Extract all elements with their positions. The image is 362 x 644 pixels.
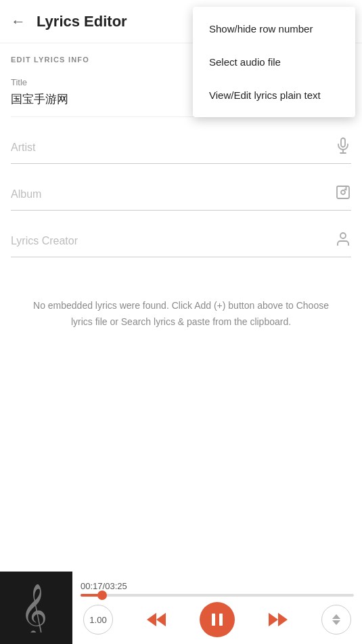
play-pause-button[interactable] <box>200 602 235 637</box>
album-placeholder: Album <box>11 188 330 200</box>
lyrics-creator-placeholder: Lyrics Creator <box>11 235 330 247</box>
fast-forward-button[interactable] <box>267 610 289 629</box>
pitch-down-icon <box>332 620 340 625</box>
player-bar: 𝄞 00:17 / 03:25 1.00 <box>0 576 362 644</box>
controls-row: 1.00 <box>81 602 354 637</box>
pause-icon <box>210 612 225 627</box>
fast-forward-icon <box>267 610 289 629</box>
page-title: Lyrics Editor <box>37 13 127 30</box>
dropdown-item-view-edit-lyrics[interactable]: View/Edit lyrics plain text <box>193 79 355 112</box>
album-icon <box>335 184 351 205</box>
svg-marker-7 <box>156 613 166 626</box>
player-time-row: 00:17 / 03:25 <box>81 581 354 591</box>
svg-point-4 <box>340 233 346 238</box>
svg-rect-9 <box>219 614 223 626</box>
svg-rect-2 <box>337 186 349 198</box>
svg-marker-6 <box>147 613 156 626</box>
dropdown-item-select-audio[interactable]: Select audio file <box>193 45 355 79</box>
rewind-icon <box>145 610 167 629</box>
album-field-row[interactable]: Album <box>11 177 351 211</box>
pitch-up-icon <box>332 614 340 619</box>
dropdown-item-show-hide-row[interactable]: Show/hide row number <box>193 12 355 45</box>
no-lyrics-message: No embedded lyrics were found. Click Add… <box>11 298 351 330</box>
svg-text:𝄞: 𝄞 <box>20 584 47 632</box>
progress-thumb[interactable] <box>97 591 107 600</box>
person-icon <box>335 231 351 251</box>
artist-placeholder: Artist <box>11 142 330 154</box>
player-album-thumbnail: 𝄞 <box>0 572 72 644</box>
svg-point-3 <box>341 190 345 194</box>
artist-icon <box>335 137 351 158</box>
pitch-button[interactable] <box>321 605 351 635</box>
no-lyrics-text: No embedded lyrics were found. Click Add… <box>33 300 329 327</box>
svg-rect-8 <box>212 614 215 626</box>
svg-marker-11 <box>278 613 288 626</box>
rewind-button[interactable] <box>145 610 167 629</box>
lyrics-creator-field-row[interactable]: Lyrics Creator <box>11 224 351 257</box>
treble-clef-icon: 𝄞 <box>18 584 55 632</box>
player-controls-area: 00:17 / 03:25 1.00 <box>72 576 362 644</box>
svg-marker-10 <box>269 613 278 626</box>
back-button[interactable]: ← <box>11 13 26 30</box>
dropdown-menu: Show/hide row number Select audio file V… <box>193 7 355 117</box>
progress-bar[interactable] <box>81 594 354 597</box>
speed-button[interactable]: 1.00 <box>83 605 113 635</box>
current-time: 00:17 <box>81 581 103 591</box>
artist-field-row[interactable]: Artist <box>11 131 351 164</box>
total-time: 03:25 <box>105 581 127 591</box>
